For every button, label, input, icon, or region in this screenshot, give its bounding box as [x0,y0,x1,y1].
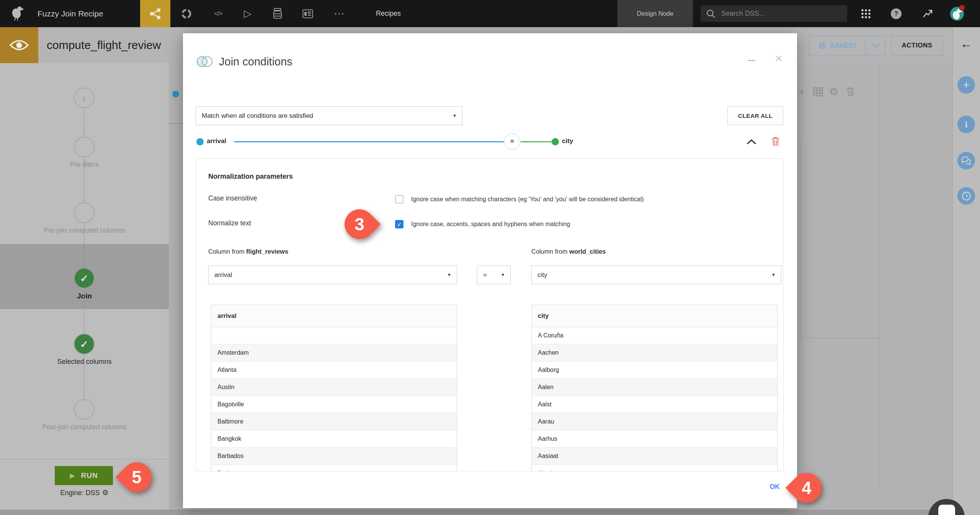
code-icon[interactable]: </> [209,0,228,27]
table-body: A CoruñaAachenAalborgAalenAalstAarauAarh… [532,327,777,471]
annotation-4-number: 4 [792,473,822,503]
breadcrumb-recipes[interactable]: Recipes [376,0,401,27]
right-column-select[interactable]: city ▼ [531,266,781,284]
table-row: Bathurst [211,465,457,471]
normalize-text-label: Normalize text [208,219,251,227]
sidebar-divider [0,459,169,460]
match-mode-select[interactable]: Match when all conditions are satisfied … [196,106,462,125]
lab-ring-icon[interactable] [181,8,192,20]
delete-condition-trash-icon[interactable] [772,137,779,146]
minimize-icon[interactable]: – [745,52,759,67]
annotation-5: 5 [122,462,152,492]
jobs-play-icon[interactable]: ▷ [239,0,256,27]
annotation-3: 3 [345,209,374,239]
eye-icon [9,39,29,52]
footer-strip [0,510,952,515]
normalization-panel: Normalization parameters Case insensitiv… [196,158,784,471]
play-icon: ▶ [70,472,75,480]
background-gear-icon: ⚙ [829,86,838,98]
caret-down-icon: ▼ [501,266,505,284]
condition-left-column: arrival [207,137,226,145]
column-from-left-label: Column from flight_reviews [208,248,288,255]
table-row: Bagotville [211,396,457,413]
table-row: Baltimore [211,413,457,430]
info-button[interactable]: i [957,116,975,133]
history-button[interactable] [957,187,975,205]
global-search[interactable] [701,5,847,22]
saved-dropdown-button[interactable] [866,36,885,55]
clear-all-button[interactable]: CLEAR ALL [727,106,783,125]
help-icon[interactable]: ? [891,8,902,19]
run-button[interactable]: ▶ RUN [55,466,113,485]
normalize-text-checkbox[interactable]: ✓ [395,220,403,228]
condition-left-line [234,141,504,142]
engine-settings-gear-icon[interactable]: ⚙ [102,489,109,497]
operator-select[interactable]: = ▼ [477,266,511,284]
search-input[interactable] [720,9,837,18]
table-row: Amsterdam [211,344,457,362]
clock-icon [961,191,972,201]
engine-label: Engine: DSS [60,489,100,497]
datasets-jar-icon[interactable] [273,8,283,19]
normalize-text-description: Ignore case, accents, spaces and hyphens… [411,221,570,228]
table-row: Abadan [532,465,777,471]
step-connector-line [84,223,85,268]
step-icon-selected-columns[interactable]: ✓ [74,334,95,354]
dss-fuzzy-join-screen: Fuzzy Join Recipe </> ▷ ⋯ [0,0,980,515]
run-label: RUN [81,471,98,480]
table-row: Aachen [532,344,777,362]
annotation-3-number: 3 [345,209,374,239]
step-icon-pre-join-computed-columns[interactable] [74,202,95,223]
design-node-badge[interactable]: Design Node [617,0,693,27]
table-header: arrival [211,305,457,327]
discussions-button[interactable] [957,152,975,169]
condition-operator-badge[interactable]: = [504,134,520,150]
step-connector-line [84,158,85,202]
chat-bubbles-icon [961,156,971,165]
case-insensitive-checkbox[interactable] [395,195,403,204]
right-tool-column [952,27,980,515]
table-header: city [532,305,777,327]
condition-right-line [521,141,552,142]
top-navigation-bar: Fuzzy Join Recipe </> ▷ ⋯ [0,0,980,27]
actions-button[interactable]: ACTIONS [891,36,943,55]
table-row: A Coruña [532,327,777,344]
background-add-icon: + [799,86,805,98]
left-dataset-dot [196,138,204,145]
saved-button[interactable]: SAVED! [809,36,866,55]
table-row: Atlanta [211,362,457,379]
caret-down-icon: ▼ [452,107,457,125]
background-dashed-guide [880,66,880,494]
more-menu-ellipsis-icon[interactable]: ⋯ [331,0,348,27]
table-row: Aalen [532,379,777,396]
step-icon-join[interactable]: ✓ [74,268,95,288]
case-insensitive-label: Case insensitive [208,194,257,202]
ok-button[interactable]: OK [770,483,780,491]
left-column-select[interactable]: arrival ▼ [208,266,457,284]
left-preview-table: arrival AmsterdamAtlantaAustinBagotville… [211,305,457,471]
close-icon[interactable]: × [772,51,786,66]
table-row: Aasiaat [532,448,777,465]
notification-dot [959,5,965,11]
table-row: Aalborg [532,362,777,379]
recipe-name-title: compute_flight_review [47,27,161,63]
dashboard-card-icon[interactable] [302,9,313,18]
step-icon-post-join-computed-columns[interactable] [74,399,95,420]
table-row: Aarhus [532,430,777,448]
step-label[interactable]: Post-join computed columns [0,423,169,431]
recipe-type-badge [0,27,38,63]
flow-tab-active[interactable] [140,0,170,27]
step-icon-pre-filters[interactable] [74,137,95,157]
table-row: Barbados [211,448,457,465]
collapse-chevron-up-icon[interactable] [746,139,757,145]
step-connector-line [84,289,85,333]
normalization-heading: Normalization parameters [208,173,293,181]
collapse-panel-arrow[interactable]: ← [952,37,980,51]
table-row: Bangkok [211,430,457,448]
flow-icon [149,8,162,20]
apps-grid-icon[interactable] [861,8,871,19]
caret-down-icon: ▼ [771,266,776,284]
trend-arrow-icon[interactable] [923,9,933,19]
add-button[interactable]: + [957,76,975,94]
background-trash-icon [847,87,854,96]
